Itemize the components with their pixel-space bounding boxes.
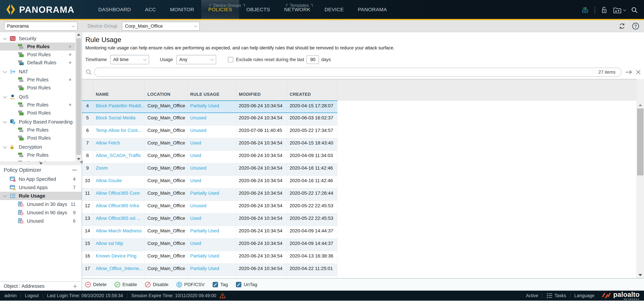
column-header-name[interactable]: NAME xyxy=(93,79,145,100)
sidebar-item-no-app-specified[interactable]: No App Specified 4 xyxy=(0,175,82,183)
sidebar-item-security-pre-rules[interactable]: Pre Rules xyxy=(0,42,76,51)
sidebar-item-unused[interactable]: Unused 6 xyxy=(0,217,82,225)
usage-select[interactable]: Any xyxy=(176,55,216,64)
column-header-rule-usage[interactable]: RULE USAGE xyxy=(188,79,236,100)
exclude-days-input[interactable] xyxy=(306,55,319,64)
scroll-up-icon[interactable] xyxy=(639,104,642,106)
rule-name-link[interactable]: Block PasteBin Reddi... xyxy=(93,101,145,113)
nav-tab-device[interactable]: DEVICE xyxy=(318,0,351,19)
unlock-icon[interactable] xyxy=(601,6,608,14)
table-row[interactable]: 10 Allow Gsuite Corp_Main_Office Used 20… xyxy=(82,176,338,188)
timeframe-select[interactable]: All time xyxy=(110,55,149,64)
tag-button[interactable]: Tag xyxy=(212,282,228,288)
tasks-button[interactable]: Tasks xyxy=(546,293,566,298)
sidebar-item-qos-pre-rules[interactable]: Pre Rules xyxy=(0,101,76,109)
table-scrollbar-vertical[interactable] xyxy=(636,79,644,278)
commit-button[interactable] xyxy=(613,6,625,14)
chevron-down-icon[interactable] xyxy=(3,194,7,198)
search-input[interactable] xyxy=(94,68,593,76)
rule-usage-link[interactable]: Unused xyxy=(188,201,236,213)
rule-name-link[interactable]: Allow_Office_Interne... xyxy=(93,264,145,276)
sidebar-item-policy-based-forwarding[interactable]: Policy Based Forwarding xyxy=(0,118,76,126)
column-header-created[interactable]: CREATED xyxy=(287,79,337,100)
rule-name-link[interactable]: Allow Office365 Core xyxy=(93,188,145,201)
tree-scrollbar-vertical[interactable] xyxy=(75,32,82,161)
rule-name-link[interactable]: Allow Office365 Infra xyxy=(93,201,145,213)
language-button[interactable]: Language xyxy=(574,293,594,298)
chevron-down-icon[interactable] xyxy=(3,120,7,124)
sidebar-item-unused-in-30-days[interactable]: Unused in 30 days 11 xyxy=(0,200,82,208)
rule-name-link[interactable]: Zoom xyxy=(93,163,145,176)
table-row[interactable]: 15 Allow ssl http Corp_Main_Office Used … xyxy=(82,239,338,251)
table-row[interactable]: 6 Temp Allow for Cont... Corp_Main_Offic… xyxy=(82,126,338,138)
chevron-down-icon[interactable] xyxy=(3,70,7,74)
sidebar-item-decryption[interactable]: Decryption xyxy=(0,143,76,151)
table-row[interactable]: 18 Block Ping Corp_Main_Office Partially… xyxy=(82,276,338,278)
sidebar-item-nat-post-rules[interactable]: Post Rules xyxy=(0,84,76,92)
table-row[interactable]: 4 Block PasteBin Reddi... Corp_Main_Offi… xyxy=(82,100,338,113)
sidebar-item-nat[interactable]: NAT xyxy=(0,68,76,76)
sidebar-item-security-default-rules[interactable]: Default Rules xyxy=(0,59,76,67)
sidebar-item-unused-in-90-days[interactable]: Unused in 90 days 9 xyxy=(0,208,82,217)
clear-filter-icon[interactable] xyxy=(635,69,641,75)
rule-name-link[interactable]: Allow Fetch xyxy=(93,138,145,151)
nav-tab-panorama[interactable]: PANORAMA xyxy=(351,0,394,19)
rule-usage-link[interactable]: Partially Used xyxy=(188,101,236,113)
chevron-down-icon[interactable] xyxy=(3,145,7,149)
sidebar-collapse-icon[interactable]: ◀ xyxy=(80,159,82,164)
rule-usage-link[interactable]: Used xyxy=(188,239,236,251)
table-row[interactable]: 16 Known Device Ping Corp_Main_Office Pa… xyxy=(82,251,338,264)
rule-usage-link[interactable]: Unused xyxy=(188,126,236,138)
enable-button[interactable]: Enable xyxy=(114,282,137,288)
table-row[interactable]: 13 Allow Office365 ssl ... Corp_Main_Off… xyxy=(82,213,338,226)
rule-usage-link[interactable]: Partially Used xyxy=(188,226,236,238)
sidebar-item-decryption-pre-rules[interactable]: Pre Rules xyxy=(0,151,76,159)
search-icon[interactable] xyxy=(631,6,638,13)
delete-button[interactable]: Delete xyxy=(85,282,107,288)
column-header-number[interactable] xyxy=(82,79,93,100)
exclude-reset-checkbox[interactable] xyxy=(228,57,233,62)
rule-name-link[interactable]: Temp Allow for Cont... xyxy=(93,126,145,138)
rule-name-link[interactable]: Allow_SCADA_Traffic xyxy=(93,151,145,163)
scrollbar-thumb[interactable] xyxy=(637,109,644,175)
apply-filter-arrow-icon[interactable] xyxy=(625,69,632,75)
device-group-select[interactable]: Corp_Main_Office xyxy=(122,22,200,31)
context-switch-icon[interactable] xyxy=(581,6,589,14)
table-row[interactable]: 12 Allow Office365 Infra Corp_Main_Offic… xyxy=(82,201,338,213)
rule-name-link[interactable]: Allow ssl http xyxy=(93,239,145,251)
chevron-down-icon[interactable] xyxy=(3,95,7,99)
sidebar-item-unused-apps[interactable]: Unused Apps 7 xyxy=(0,183,82,192)
sidebar-item-qos-post-rules[interactable]: Post Rules xyxy=(0,109,76,117)
nav-tab-dashboard[interactable]: DASHBOARD xyxy=(91,0,138,19)
sidebar-item-qos[interactable]: QoS QoS xyxy=(0,93,76,101)
context-select[interactable]: Panorama xyxy=(4,22,78,31)
help-icon[interactable]: ? xyxy=(632,22,639,30)
rule-name-link[interactable]: Block Ping xyxy=(93,276,145,278)
nav-tab-monitor[interactable]: MONITOR xyxy=(163,0,201,19)
refresh-icon[interactable] xyxy=(618,23,626,30)
sidebar-item-pbf-post-rules[interactable]: Post Rules xyxy=(0,134,76,142)
tree-scrollbar-horizontal[interactable] xyxy=(0,161,82,165)
chevron-down-icon[interactable] xyxy=(3,36,7,40)
table-row[interactable]: 5 Block Social Media Corp_Main_Office Un… xyxy=(82,113,338,126)
scrollbar-thumb[interactable] xyxy=(76,38,81,155)
rule-usage-link[interactable]: Used xyxy=(188,138,236,151)
rule-usage-link[interactable]: Partially Used xyxy=(188,264,236,276)
minimize-icon[interactable] xyxy=(72,170,77,170)
table-row[interactable]: 17 Allow_Office_Interne... Corp_Main_Off… xyxy=(82,264,338,276)
disable-button[interactable]: Disable xyxy=(145,282,168,288)
rule-usage-link[interactable]: Used xyxy=(188,213,236,226)
rule-name-link[interactable]: Allow Gsuite xyxy=(93,176,145,188)
scroll-up-icon[interactable] xyxy=(77,33,80,36)
rule-usage-link[interactable]: Used xyxy=(188,151,236,163)
rule-usage-link[interactable]: Used xyxy=(188,176,236,188)
scroll-down-icon[interactable] xyxy=(638,274,642,276)
rule-usage-link[interactable]: Partially Used xyxy=(188,251,236,264)
table-row[interactable]: 8 Allow_SCADA_Traffic Corp_Main_Office U… xyxy=(82,151,338,163)
rule-name-link[interactable]: Allow Office365 ssl ... xyxy=(93,213,145,226)
rule-name-link[interactable]: Known Device Ping xyxy=(93,251,145,264)
sidebar-item-rule-usage[interactable]: Rule Usage xyxy=(0,192,82,200)
rule-usage-link[interactable]: Unused xyxy=(188,113,236,125)
table-row[interactable]: 14 Allow March Madness Corp_Main_Office … xyxy=(82,226,338,239)
sidebar-item-nat-pre-rules[interactable]: Pre Rules xyxy=(0,76,76,84)
